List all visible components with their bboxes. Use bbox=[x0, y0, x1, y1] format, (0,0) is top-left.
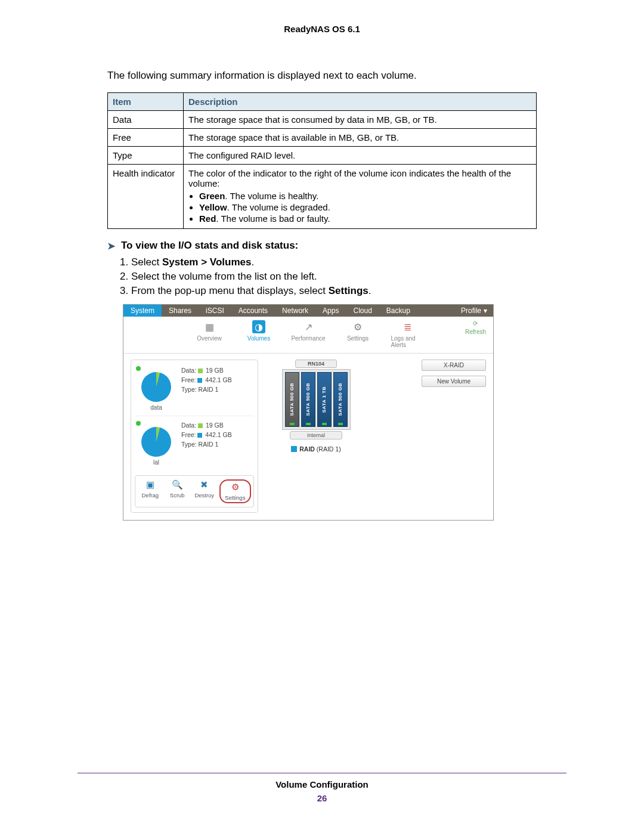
step-text: From the pop-up menu that displays, sele… bbox=[131, 285, 329, 296]
cell-item: Health indicator bbox=[108, 165, 184, 229]
volume-stats: Data: 19 GB Free: 442.1 GB Type: RAID 1 bbox=[181, 366, 232, 411]
stat-value: RAID 1 bbox=[199, 441, 219, 448]
action-label: Defrag bbox=[141, 492, 159, 498]
device-model-label: RN104 bbox=[295, 360, 337, 368]
scrub-button[interactable]: 🔍Scrub bbox=[165, 479, 190, 503]
chevron-right-icon: ➤ bbox=[107, 240, 115, 252]
cell-item: Data bbox=[108, 111, 184, 129]
footer-title: Volume Configuration bbox=[0, 779, 644, 789]
drive-bay[interactable]: SATA 500 GB bbox=[333, 372, 348, 427]
table-row: Data The storage space that is consumed … bbox=[108, 111, 537, 129]
settings-button[interactable]: ⚙Settings bbox=[219, 479, 252, 503]
refresh-label: Refresh bbox=[465, 329, 486, 335]
health-bold: Yellow bbox=[199, 202, 227, 212]
bay-label: SATA 500 GB bbox=[338, 383, 343, 416]
cell-item: Free bbox=[108, 129, 184, 147]
action-label: Scrub bbox=[170, 492, 185, 498]
volume-name: data bbox=[150, 404, 162, 411]
tab-system[interactable]: System bbox=[123, 305, 162, 317]
volume-item[interactable]: data Data: 19 GB Free: 442.1 GB Type: RA… bbox=[135, 364, 254, 416]
health-indicator-icon bbox=[136, 421, 141, 426]
new-volume-button[interactable]: New Volume bbox=[422, 376, 486, 387]
stat-value: 19 GB bbox=[206, 422, 224, 429]
subtab-label: Settings bbox=[347, 335, 369, 342]
led-icon bbox=[322, 423, 327, 425]
stat-label: Free: bbox=[181, 431, 196, 438]
raid-legend: RAID (RAID 1) bbox=[291, 445, 340, 453]
step-2: Select the volume from the list on the l… bbox=[131, 271, 537, 283]
stat-label: Free: bbox=[181, 376, 196, 383]
table-row-health: Health indicator The color of the indica… bbox=[108, 165, 537, 229]
raid-legend-bold: RAID bbox=[299, 445, 315, 453]
health-indicator-icon bbox=[136, 366, 141, 371]
refresh-icon: ⟳ bbox=[473, 320, 478, 327]
drive-bay[interactable]: SATA 500 GB bbox=[285, 372, 299, 427]
overview-icon: ▦ bbox=[203, 320, 216, 333]
volume-name: lal bbox=[153, 459, 159, 466]
subtab-volumes[interactable]: ◑ Volumes bbox=[243, 320, 275, 348]
doc-header-title: ReadyNAS OS 6.1 bbox=[107, 24, 537, 34]
gear-icon: ⚙ bbox=[231, 482, 239, 493]
section-title: To view the I/O stats and disk status: bbox=[121, 240, 298, 252]
subtab-settings[interactable]: ⚙ Settings bbox=[342, 320, 374, 348]
drive-bay[interactable]: SATA 1 TB bbox=[317, 372, 332, 427]
cell-item: Type bbox=[108, 147, 184, 165]
internal-label: Internal bbox=[290, 431, 342, 439]
tab-shares[interactable]: Shares bbox=[162, 305, 199, 317]
tab-cloud[interactable]: Cloud bbox=[346, 305, 379, 317]
performance-icon: ↗ bbox=[302, 320, 315, 333]
profile-menu[interactable]: Profile ▾ bbox=[455, 305, 493, 317]
volume-item[interactable]: lal Data: 19 GB Free: 442.1 GB Type: RAI… bbox=[135, 416, 254, 470]
data-swatch-icon bbox=[198, 423, 203, 428]
defrag-button[interactable]: ▣Defrag bbox=[138, 479, 163, 503]
tab-apps[interactable]: Apps bbox=[315, 305, 346, 317]
health-bullet: Yellow. The volume is degraded. bbox=[199, 202, 531, 212]
refresh-button[interactable]: ⟳ Refresh bbox=[465, 320, 486, 335]
bay-label: SATA 500 GB bbox=[305, 383, 311, 416]
destroy-icon: ✖ bbox=[200, 479, 208, 490]
subtab-logs[interactable]: ≣ Logs and Alerts bbox=[391, 320, 424, 348]
drive-bay[interactable]: SATA 500 GB bbox=[301, 372, 315, 427]
raid-legend-text: (RAID 1) bbox=[315, 445, 341, 453]
free-swatch-icon bbox=[197, 433, 202, 438]
subtab-performance[interactable]: ↗ Performance bbox=[292, 320, 325, 348]
screenshot-panel: System Shares iSCSI Accounts Network App… bbox=[123, 304, 494, 521]
volume-stats: Data: 19 GB Free: 442.1 GB Type: RAID 1 bbox=[181, 421, 232, 466]
step-bold: Settings bbox=[329, 285, 369, 296]
logs-icon: ≣ bbox=[401, 320, 414, 333]
table-row: Free The storage space that is available… bbox=[108, 129, 537, 147]
xraid-button[interactable]: X-RAID bbox=[422, 360, 486, 371]
intro-text: The following summary information is dis… bbox=[107, 70, 537, 82]
tab-network[interactable]: Network bbox=[275, 305, 315, 317]
subtab-label: Volumes bbox=[247, 335, 270, 342]
led-icon bbox=[338, 423, 343, 425]
bay-label: SATA 1 TB bbox=[321, 386, 327, 413]
subtab-label: Logs and Alerts bbox=[391, 335, 424, 348]
defrag-icon: ▣ bbox=[146, 479, 154, 490]
right-buttons: X-RAID New Volume bbox=[374, 360, 486, 513]
volume-pie-chart bbox=[141, 427, 171, 457]
tab-iscsi[interactable]: iSCSI bbox=[199, 305, 231, 317]
stat-label: Data: bbox=[181, 422, 196, 429]
stat-value: 19 GB bbox=[206, 367, 224, 374]
destroy-button[interactable]: ✖Destroy bbox=[192, 479, 217, 503]
step-text: . bbox=[251, 256, 254, 268]
action-label: Destroy bbox=[194, 492, 214, 498]
footer-separator bbox=[78, 773, 566, 773]
drive-bays: SATA 500 GB SATA 500 GB SATA 1 TB SATA 5… bbox=[282, 369, 351, 430]
health-bullet: Green. The volume is healthy. bbox=[199, 191, 531, 201]
device-panel: RN104 SATA 500 GB SATA 500 GB SATA 1 TB … bbox=[265, 360, 367, 513]
subtab-label: Overview bbox=[197, 335, 222, 342]
cell-desc-health: The color of the indicator to the right … bbox=[184, 165, 537, 229]
free-swatch-icon bbox=[197, 378, 202, 383]
tab-backup[interactable]: Backup bbox=[379, 305, 417, 317]
cell-desc: The storage space that is available in M… bbox=[184, 129, 537, 147]
tab-accounts[interactable]: Accounts bbox=[231, 305, 275, 317]
health-text: . The volume is degraded. bbox=[227, 202, 330, 212]
health-lead: The color of the indicator to the right … bbox=[188, 168, 511, 188]
subtab-overview[interactable]: ▦ Overview bbox=[193, 320, 226, 348]
health-text: . The volume is healthy. bbox=[225, 191, 318, 201]
summary-table: Item Description Data The storage space … bbox=[107, 92, 537, 229]
scrub-icon: 🔍 bbox=[172, 479, 183, 490]
subtab-label: Performance bbox=[291, 335, 325, 342]
